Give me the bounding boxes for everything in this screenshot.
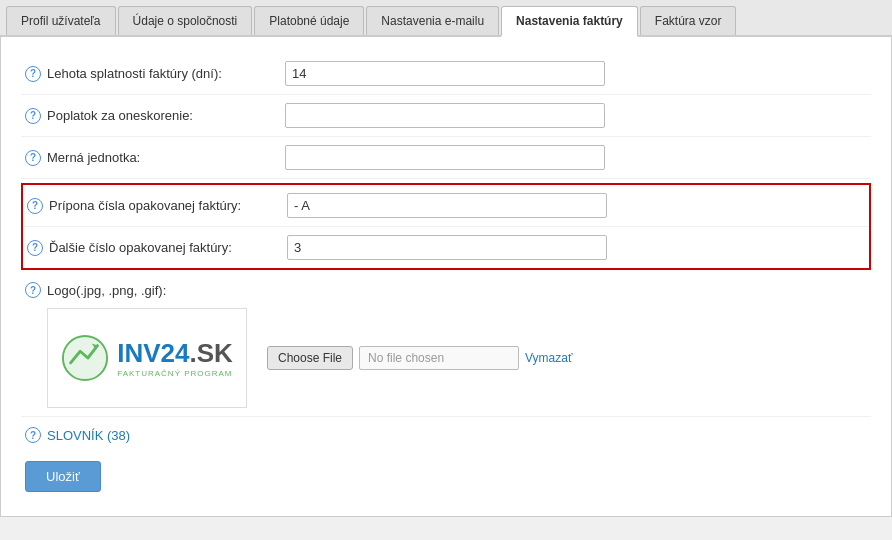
choose-file-button[interactable]: Choose File xyxy=(267,346,353,370)
tab-profil[interactable]: Profil užívateľa xyxy=(6,6,116,35)
help-icon-poplatok[interactable]: ? xyxy=(25,108,41,124)
label-pripona: Prípona čísla opakovanej faktúry: xyxy=(49,198,241,213)
tab-faktury[interactable]: Nastavenia faktúry xyxy=(501,6,638,37)
file-input-row: Choose File No file chosen Vymazať xyxy=(267,346,572,370)
highlighted-section: ? Prípona čísla opakovanej faktúry: ? Ďa… xyxy=(21,183,871,270)
form-row-pripona: ? Prípona čísla opakovanej faktúry: xyxy=(23,185,869,226)
dictionary-row: ? SLOVNÍK (38) xyxy=(21,417,871,453)
tab-vzor[interactable]: Faktúra vzor xyxy=(640,6,737,35)
logo-arrow-icon xyxy=(61,334,109,382)
label-merna: Merná jednotka: xyxy=(47,150,140,165)
help-icon-merna[interactable]: ? xyxy=(25,150,41,166)
label-lehota: Lehota splatnosti faktúry (dní): xyxy=(47,66,222,81)
tab-email[interactable]: Nastavenia e-mailu xyxy=(366,6,499,35)
form-row-lehota: ? Lehota splatnosti faktúry (dní): xyxy=(21,53,871,95)
input-poplatok[interactable] xyxy=(285,103,605,128)
label-dalsie: Ďalšie číslo opakovanej faktúry: xyxy=(49,240,232,255)
input-lehota[interactable] xyxy=(285,61,605,86)
input-dalsie[interactable] xyxy=(287,235,607,260)
save-button-row: Uložiť xyxy=(21,453,871,500)
help-icon-dict[interactable]: ? xyxy=(25,427,41,443)
svg-point-0 xyxy=(63,336,107,380)
save-button[interactable]: Uložiť xyxy=(25,461,101,492)
form-row-dalsie: ? Ďalšie číslo opakovanej faktúry: xyxy=(23,226,869,268)
logo-subtext: FAKTURAČNÝ PROGRAM xyxy=(117,369,233,378)
help-icon-dalsie[interactable]: ? xyxy=(27,240,43,256)
logo-text-inv: INV24 xyxy=(117,338,189,368)
dictionary-link[interactable]: SLOVNÍK (38) xyxy=(47,428,130,443)
input-pripona[interactable] xyxy=(287,193,607,218)
label-poplatok: Poplatok za oneskorenie: xyxy=(47,108,193,123)
logo-text-sk: .SK xyxy=(189,338,232,368)
delete-logo-link[interactable]: Vymazať xyxy=(525,351,572,365)
input-merna[interactable] xyxy=(285,145,605,170)
content-area: ? Lehota splatnosti faktúry (dní): ? Pop… xyxy=(0,37,892,517)
tab-platobne[interactable]: Platobné údaje xyxy=(254,6,364,35)
logo-section: ? Logo(.jpg, .png, .gif): xyxy=(21,274,871,417)
help-icon-logo[interactable]: ? xyxy=(25,282,41,298)
tab-udaje[interactable]: Údaje o spoločnosti xyxy=(118,6,253,35)
logo-preview: INV24.SK FAKTURAČNÝ PROGRAM xyxy=(47,308,247,408)
label-logo: Logo(.jpg, .png, .gif): xyxy=(47,283,166,298)
help-icon-pripona[interactable]: ? xyxy=(27,198,43,214)
file-name-display: No file chosen xyxy=(359,346,519,370)
tab-bar: Profil užívateľa Údaje o spoločnosti Pla… xyxy=(0,0,892,37)
form-row-poplatok: ? Poplatok za oneskorenie: xyxy=(21,95,871,137)
form-row-merna: ? Merná jednotka: xyxy=(21,137,871,179)
help-icon-lehota[interactable]: ? xyxy=(25,66,41,82)
